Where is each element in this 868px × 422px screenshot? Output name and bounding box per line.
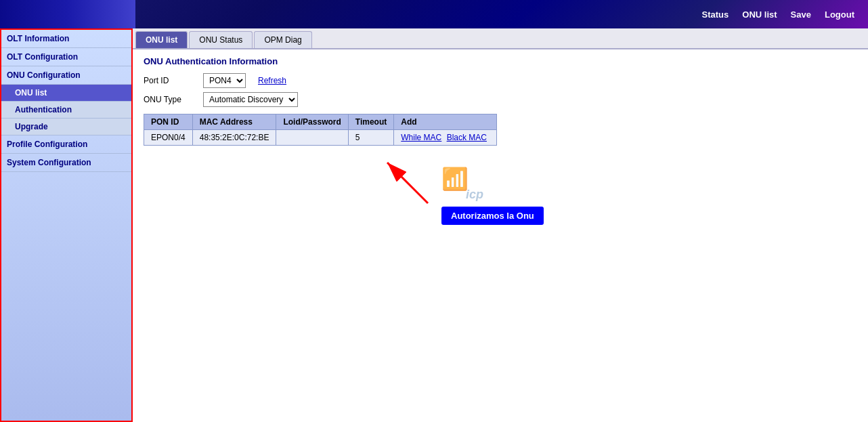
header-logo-area bbox=[0, 0, 135, 28]
layout: OLT Information OLT Configuration ONU Co… bbox=[0, 28, 868, 422]
onu-type-label: ONU Type bbox=[144, 95, 198, 104]
sidebar-item-profile-configuration[interactable]: Profile Configuration bbox=[1, 135, 131, 154]
refresh-button[interactable]: Refresh bbox=[251, 75, 293, 87]
svg-line-1 bbox=[387, 163, 428, 203]
nav-logout[interactable]: Logout bbox=[825, 9, 854, 20]
sidebar: OLT Information OLT Configuration ONU Co… bbox=[0, 28, 133, 422]
tab-onu-status[interactable]: ONU Status bbox=[189, 31, 253, 48]
col-pon-id: PON ID bbox=[144, 114, 193, 130]
nav-status[interactable]: Status bbox=[702, 9, 729, 20]
main-content: ONU list ONU Status OPM Diag ONU Authent… bbox=[133, 28, 868, 422]
header-nav: Status ONU list Save Logout bbox=[702, 9, 854, 20]
col-mac-address: MAC Address bbox=[192, 114, 276, 130]
cell-loid-password bbox=[276, 130, 348, 146]
section-title: ONU Authentication Information bbox=[144, 56, 857, 66]
tab-opm-diag[interactable]: OPM Diag bbox=[254, 31, 311, 48]
tab-bar: ONU list ONU Status OPM Diag bbox=[133, 28, 868, 49]
wifi-icon: 📶 bbox=[441, 166, 469, 192]
sidebar-item-system-configuration[interactable]: System Configuration bbox=[1, 154, 131, 172]
while-mac-link[interactable]: While MAC bbox=[401, 133, 441, 142]
cell-add: While MAC Black MAC bbox=[394, 130, 497, 146]
sidebar-item-olt-information[interactable]: OLT Information bbox=[1, 30, 131, 48]
icp-text: icp bbox=[466, 188, 483, 202]
black-mac-link[interactable]: Black MAC bbox=[447, 133, 487, 142]
col-timeout: Timeout bbox=[348, 114, 393, 130]
col-add: Add bbox=[394, 114, 497, 130]
nav-onu-list[interactable]: ONU list bbox=[742, 9, 777, 20]
content-area: ONU Authentication Information Port ID P… bbox=[133, 49, 868, 295]
header: Status ONU list Save Logout bbox=[0, 0, 868, 28]
sidebar-item-onu-configuration[interactable]: ONU Configuration bbox=[1, 66, 131, 85]
port-id-row: Port ID PON1 PON2 PON3 PON4 PON5 PON6 PO… bbox=[144, 73, 857, 88]
cell-timeout: 5 bbox=[348, 130, 393, 146]
table-row: EPON0/4 48:35:2E:0C:72:BE 5 While MAC Bl… bbox=[144, 130, 497, 146]
annotation-area: 📶 icp Autorizamos la Onu bbox=[144, 152, 857, 288]
sidebar-item-onu-list[interactable]: ONU list bbox=[1, 85, 131, 102]
port-id-select[interactable]: PON1 PON2 PON3 PON4 PON5 PON6 PON7 PON8 bbox=[203, 73, 246, 88]
sidebar-item-olt-configuration[interactable]: OLT Configuration bbox=[1, 48, 131, 66]
onu-type-row: ONU Type Automatic Discovery Manual bbox=[144, 92, 857, 107]
autorizamos-label: Autorizamos la Onu bbox=[441, 207, 544, 225]
onu-table: PON ID MAC Address Loid/Password Timeout… bbox=[144, 114, 497, 146]
nav-save[interactable]: Save bbox=[791, 9, 811, 20]
cell-mac-address: 48:35:2E:0C:72:BE bbox=[192, 130, 276, 146]
sidebar-item-upgrade[interactable]: Upgrade bbox=[1, 119, 131, 135]
col-loid-password: Loid/Password bbox=[276, 114, 348, 130]
tab-onu-list[interactable]: ONU list bbox=[135, 31, 188, 48]
port-id-label: Port ID bbox=[144, 76, 198, 85]
onu-type-select[interactable]: Automatic Discovery Manual bbox=[203, 92, 298, 107]
sidebar-item-authentication[interactable]: Authentication bbox=[1, 102, 131, 119]
cell-pon-id: EPON0/4 bbox=[144, 130, 193, 146]
